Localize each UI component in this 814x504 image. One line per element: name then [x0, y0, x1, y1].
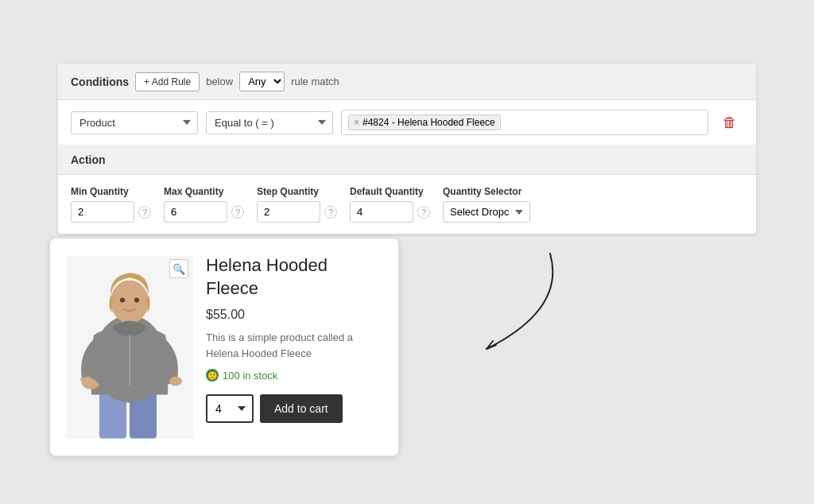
- condition-row: Product Equal to ( = ) × #4824 - Helena …: [58, 100, 756, 145]
- any-dropdown[interactable]: Any: [239, 72, 285, 91]
- step-qty-help-icon: ?: [324, 206, 337, 219]
- product-title: Helena Hooded Fleece: [206, 254, 382, 300]
- rule-match-text: rule match: [291, 76, 339, 87]
- product-image: [66, 254, 193, 440]
- product-preview-card: 🔍: [49, 238, 399, 456]
- svg-point-7: [110, 281, 149, 324]
- product-price: $55.00: [206, 308, 382, 322]
- qty-selector-group: Quantity Selector Select Dropc: [443, 186, 530, 223]
- tag-x[interactable]: ×: [354, 117, 359, 128]
- conditions-header: Conditions + Add Rule below Any rule mat…: [58, 64, 756, 100]
- max-qty-label: Max Quantity: [164, 186, 244, 197]
- add-rule-button[interactable]: + Add Rule: [135, 72, 200, 91]
- max-qty-help-icon: ?: [231, 206, 244, 219]
- product-tag: × #4824 - Helena Hooded Fleece: [348, 114, 501, 130]
- zoom-icon-button[interactable]: 🔍: [169, 259, 188, 278]
- zoom-icon: 🔍: [172, 263, 185, 275]
- tag-input-field[interactable]: × #4824 - Helena Hooded Fleece: [341, 110, 708, 135]
- product-select[interactable]: Product: [71, 111, 198, 134]
- quantity-select[interactable]: 4: [206, 394, 254, 423]
- stock-icon: 🙂: [206, 369, 219, 382]
- add-to-cart-row: 4 Add to cart: [206, 394, 382, 423]
- add-to-cart-button[interactable]: Add to cart: [260, 394, 343, 423]
- delete-rule-button[interactable]: 🗑: [716, 111, 743, 134]
- product-image-area: 🔍: [66, 254, 193, 440]
- stock-text: 100 in stock: [223, 370, 277, 382]
- min-qty-label: Min Quantity: [71, 186, 151, 197]
- default-qty-input[interactable]: [350, 201, 413, 223]
- default-qty-group: Default Quantity ?: [350, 186, 430, 223]
- admin-panel: Conditions + Add Rule below Any rule mat…: [57, 63, 757, 235]
- default-qty-help-icon: ?: [417, 206, 430, 219]
- step-qty-group: Step Quantity ?: [257, 186, 337, 223]
- min-qty-group: Min Quantity ?: [71, 186, 151, 223]
- below-text: below: [206, 76, 233, 87]
- svg-point-5: [169, 377, 182, 386]
- product-details: Helena Hooded Fleece $55.00 This is a si…: [206, 254, 382, 440]
- svg-point-8: [120, 298, 125, 303]
- max-qty-input[interactable]: [164, 201, 227, 223]
- max-qty-group: Max Quantity ?: [164, 186, 244, 223]
- product-description: This is a simple product called a Helena…: [206, 330, 382, 361]
- tag-text: #4824 - Helena Hooded Fleece: [362, 117, 495, 128]
- conditions-title: Conditions: [71, 76, 129, 88]
- qty-selector-select[interactable]: Select Dropc: [443, 201, 530, 223]
- qty-selector-label: Quantity Selector: [443, 186, 530, 197]
- step-qty-label: Step Quantity: [257, 186, 337, 197]
- min-qty-input[interactable]: [71, 201, 134, 223]
- action-header: Action: [58, 145, 756, 175]
- default-qty-label: Default Quantity: [350, 186, 430, 197]
- operator-select[interactable]: Equal to ( = ): [206, 111, 333, 134]
- svg-point-9: [134, 298, 139, 303]
- trash-icon: 🗑: [723, 114, 737, 130]
- min-qty-help-icon: ?: [138, 206, 151, 219]
- step-qty-input[interactable]: [257, 201, 320, 223]
- stock-badge: 🙂 100 in stock: [206, 369, 382, 382]
- action-fields: Min Quantity ? Max Quantity ? Step Quant…: [58, 175, 756, 234]
